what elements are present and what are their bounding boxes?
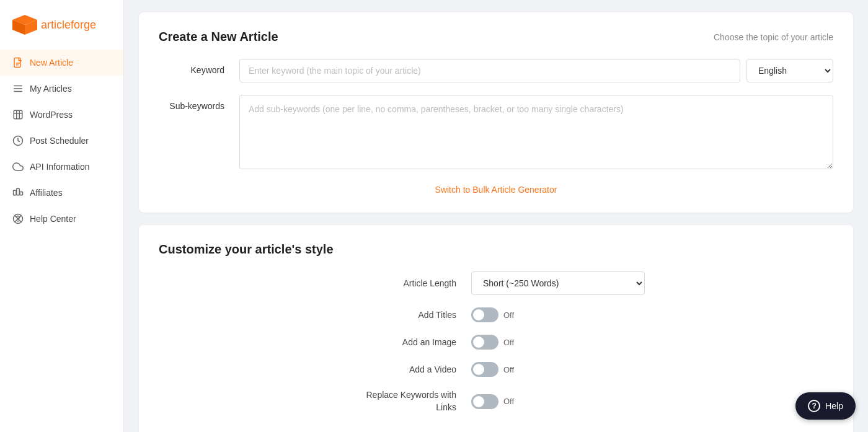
article-length-control: Short (~250 Words) Medium (~500 Words) L…: [471, 271, 645, 295]
sidebar-item-label: My Articles: [30, 84, 72, 94]
subkeywords-label: Sub-keywords: [159, 95, 239, 111]
replace-keywords-slider: [471, 394, 498, 409]
add-image-control: Off: [471, 335, 645, 350]
cloud-icon: [12, 161, 24, 172]
sidebar-item-affiliates[interactable]: Affiliates: [0, 180, 123, 206]
sidebar-item-new-article[interactable]: New Article: [0, 50, 123, 76]
card-title: Create a New Article: [159, 30, 278, 44]
sidebar-item-label: WordPress: [30, 110, 73, 120]
clock-icon: [12, 135, 24, 146]
article-length-select[interactable]: Short (~250 Words) Medium (~500 Words) L…: [471, 271, 645, 295]
sidebar-item-help-center[interactable]: Help Center: [0, 206, 123, 232]
article-length-row: Article Length Short (~250 Words) Medium…: [159, 271, 833, 295]
replace-keywords-toggle[interactable]: [471, 394, 498, 409]
keyword-input[interactable]: [239, 59, 740, 82]
sidebar-item-label: Help Center: [30, 214, 76, 224]
sidebar-item-label: API Information: [30, 162, 90, 172]
svg-rect-16: [20, 192, 23, 195]
add-titles-label: Add Titles: [347, 310, 471, 320]
document-icon: [12, 57, 24, 68]
wordpress-icon: [12, 109, 24, 120]
logo-text: articleforge: [41, 19, 96, 32]
svg-rect-9: [14, 110, 22, 119]
article-length-label: Article Length: [347, 278, 471, 288]
switch-link-area: Switch to Bulk Article Generator: [159, 184, 833, 195]
add-titles-toggle[interactable]: [471, 307, 498, 322]
add-image-toggle[interactable]: [471, 335, 498, 350]
replace-keywords-row: Replace Keywords withLinks Off: [159, 389, 833, 413]
sidebar-item-wordpress[interactable]: WordPress: [0, 102, 123, 128]
sidebar-item-label: Post Scheduler: [30, 136, 89, 146]
sidebar-item-post-scheduler[interactable]: Post Scheduler: [0, 128, 123, 154]
language-select[interactable]: English Spanish French German Italian Po…: [746, 59, 833, 82]
keyword-row: Keyword English Spanish French German It…: [159, 59, 833, 82]
sidebar-item-label: New Article: [30, 58, 73, 68]
add-titles-slider: [471, 307, 498, 322]
subkeywords-input[interactable]: [239, 95, 833, 169]
svg-rect-14: [14, 190, 17, 195]
main-content: Create a New Article Choose the topic of…: [124, 0, 868, 432]
add-image-row: Add an Image Off: [159, 335, 833, 350]
replace-keywords-toggle-label: Off: [503, 397, 514, 406]
customize-card-header: Customize your article's style: [159, 242, 833, 257]
add-video-toggle-label: Off: [503, 365, 514, 374]
add-titles-control: Off: [471, 307, 645, 322]
help-button[interactable]: ? Help: [795, 392, 856, 420]
card-header: Create a New Article Choose the topic of…: [159, 30, 833, 44]
sidebar: articleforge New Article My Articles Wor…: [0, 0, 124, 432]
add-video-control: Off: [471, 362, 645, 377]
affiliates-icon: [12, 187, 24, 198]
sidebar-item-my-articles[interactable]: My Articles: [0, 76, 123, 102]
add-image-toggle-label: Off: [503, 338, 514, 347]
keyword-label: Keyword: [159, 59, 239, 75]
card-subtitle: Choose the topic of your article: [714, 32, 833, 42]
svg-rect-15: [17, 188, 20, 195]
help-icon: [12, 213, 24, 224]
replace-keywords-control: Off: [471, 394, 645, 409]
help-button-label: Help: [825, 401, 843, 411]
customize-card: Customize your article's style Article L…: [139, 225, 853, 432]
add-image-label: Add an Image: [347, 337, 471, 347]
subkeywords-row: Sub-keywords: [159, 95, 833, 172]
sidebar-item-api-information[interactable]: API Information: [0, 154, 123, 180]
replace-keywords-label: Replace Keywords withLinks: [347, 389, 471, 413]
logo: articleforge: [0, 10, 123, 50]
list-icon: [12, 83, 24, 94]
add-titles-row: Add Titles Off: [159, 307, 833, 322]
create-article-card: Create a New Article Choose the topic of…: [139, 12, 853, 213]
add-video-label: Add a Video: [347, 364, 471, 374]
subkeywords-control: [239, 95, 833, 172]
keyword-control-group: English Spanish French German Italian Po…: [239, 59, 833, 82]
help-circle-icon: ?: [808, 400, 820, 412]
logo-icon: [12, 15, 37, 35]
sidebar-item-label: Affiliates: [30, 188, 63, 198]
add-image-slider: [471, 335, 498, 350]
add-titles-toggle-label: Off: [503, 311, 514, 320]
svg-point-21: [18, 221, 19, 221]
switch-to-bulk-link[interactable]: Switch to Bulk Article Generator: [435, 185, 557, 195]
add-video-slider: [471, 362, 498, 377]
add-video-toggle[interactable]: [471, 362, 498, 377]
customize-card-title: Customize your article's style: [159, 242, 334, 257]
add-video-row: Add a Video Off: [159, 362, 833, 377]
